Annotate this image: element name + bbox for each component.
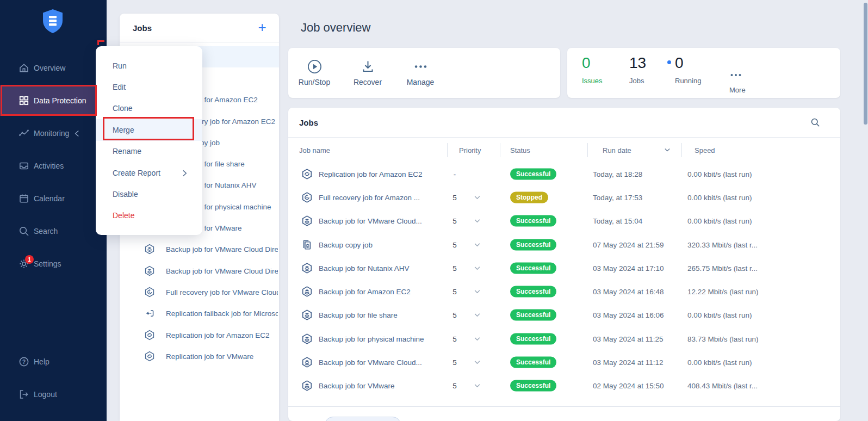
app-logo-shield-icon (41, 9, 64, 34)
job-stats-card: 0 Issues 13 Jobs 0 Running More (567, 48, 840, 98)
recover-button[interactable]: Recover (342, 48, 394, 98)
running-label: Running (675, 77, 701, 85)
table-body: Replication job for Amazon EC2 - Success… (288, 162, 840, 398)
jobs-table-title: Jobs (299, 118, 318, 127)
priority-dropdown-icon[interactable] (474, 266, 480, 270)
menu-item-merge[interactable]: Merge (96, 119, 202, 140)
sidebar-item-overview[interactable]: Overview (0, 57, 107, 79)
hex-recovery-icon (301, 191, 313, 203)
hex-backup-icon (144, 244, 155, 255)
priority-dropdown-icon[interactable] (474, 243, 480, 246)
sidebar-item-data-protection[interactable]: Data Protection (0, 85, 97, 116)
home-icon (18, 63, 29, 73)
table-row[interactable]: Backup job for VMware Cloud... 5 Success… (288, 350, 840, 374)
sidebar-item-label: Search (34, 227, 58, 236)
status-badge: Successful (510, 262, 556, 274)
hex-recovery-icon (144, 287, 155, 298)
jobs-table-header: Jobs (288, 108, 840, 138)
monitoring-icon (18, 128, 29, 139)
jobs-label: Jobs (629, 77, 646, 85)
search-icon (18, 226, 29, 237)
menu-item-edit[interactable]: Edit (96, 76, 202, 97)
calendar-icon (18, 193, 29, 204)
list-item[interactable]: Replication job for VMware (120, 345, 279, 367)
priority-dropdown-icon[interactable] (474, 219, 480, 223)
sidebar-item-logout[interactable]: Logout (0, 383, 107, 405)
sidebar-item-label: Help (34, 357, 49, 366)
priority-dropdown-icon[interactable] (474, 337, 480, 340)
app-window: Overview Data Protection Monitoring Acti… (0, 0, 868, 421)
status-badge: Successful (510, 215, 556, 227)
priority-dropdown-icon[interactable] (474, 313, 480, 317)
priority-dropdown-icon[interactable] (474, 290, 480, 294)
hex-replication-icon (144, 351, 155, 362)
menu-item-delete[interactable]: Delete (96, 205, 202, 226)
jobs-table-card: Jobs Job name Priority Status Run date S… (288, 108, 840, 421)
hex-backup-icon (301, 215, 313, 227)
list-item[interactable]: Backup job for VMware Cloud Direc (120, 260, 279, 281)
jobs-panel-title: Jobs (133, 23, 152, 33)
menu-item-create-report[interactable]: Create Report (96, 162, 202, 183)
job-context-menu: Run Edit Clone Merge Rename Create Repor… (96, 46, 202, 235)
settings-notification-badge: 1 (25, 255, 34, 264)
manage-button[interactable]: Manage (394, 48, 447, 98)
add-job-button[interactable]: + (255, 21, 269, 35)
search-icon[interactable] (810, 117, 820, 127)
stat-running: 0 Running (667, 54, 701, 85)
sidebar-item-help[interactable]: ? Help (0, 351, 107, 373)
play-circle-icon (307, 59, 322, 74)
pagination-button[interactable] (325, 417, 401, 421)
stats-more-button[interactable]: More (729, 59, 746, 94)
menu-item-run[interactable]: Run (96, 55, 202, 76)
list-item[interactable]: Backup job for VMware Cloud Direc (120, 239, 279, 260)
table-row[interactable]: Backup copy job 5 Successful 07 May 2024… (288, 233, 840, 256)
menu-item-disable[interactable]: Disable (96, 183, 202, 205)
col-run-date[interactable]: Run date (603, 146, 631, 154)
status-badge: Successful (510, 168, 556, 179)
table-row[interactable]: Full recovery job for Amazon ... 5 Stopp… (288, 185, 840, 209)
hex-backup-icon (301, 286, 313, 298)
run-stop-button[interactable]: Run/Stop (288, 48, 340, 98)
col-job-name[interactable]: Job name (299, 146, 330, 154)
menu-item-clone[interactable]: Clone (96, 98, 202, 119)
list-item[interactable]: Full recovery job for VMware Cloud (120, 281, 279, 302)
sidebar-item-label: Activities (34, 162, 64, 170)
sidebar-item-search[interactable]: Search (0, 220, 107, 242)
status-badge: Successful (510, 309, 556, 321)
sidebar-item-monitoring[interactable]: Monitoring (0, 122, 107, 144)
sidebar-item-label: Settings (34, 259, 61, 268)
table-row[interactable]: Backup job for VMware 5 Successful 02 Ma… (288, 374, 840, 398)
priority-dropdown-icon[interactable] (474, 384, 480, 388)
status-badge: Successful (510, 286, 556, 298)
copy-doc-icon (301, 239, 313, 250)
col-status[interactable]: Status (510, 146, 530, 154)
sidebar-item-label: Data Protection (34, 96, 86, 105)
list-item[interactable]: Replication failback job for Microsof (120, 303, 279, 324)
priority-dropdown-icon[interactable] (474, 361, 480, 364)
menu-item-rename[interactable]: Rename (96, 141, 202, 162)
table-row[interactable]: Backup job for physical machine 5 Succes… (288, 327, 840, 350)
chevron-left-icon[interactable] (75, 130, 80, 137)
hex-backup-icon (301, 309, 313, 321)
table-row[interactable]: Backup job for Amazon EC2 5 Successful 0… (288, 280, 840, 303)
status-badge: Stopped (510, 191, 548, 203)
chevron-right-icon (182, 170, 187, 176)
col-priority[interactable]: Priority (459, 146, 481, 154)
hex-replication-icon (301, 168, 313, 179)
running-dot-icon (667, 60, 671, 64)
sort-descending-icon[interactable] (665, 148, 670, 152)
sidebar: Overview Data Protection Monitoring Acti… (0, 0, 107, 421)
priority-dropdown-icon[interactable] (474, 195, 480, 199)
hex-backup-icon (301, 333, 313, 344)
list-item[interactable]: Replication job for Amazon EC2 (120, 324, 279, 345)
hex-backup-icon (301, 262, 313, 274)
sidebar-item-settings[interactable]: 1 Settings (0, 253, 107, 275)
sidebar-item-calendar[interactable]: Calendar (0, 188, 107, 209)
page-scrollbar-thumb[interactable] (864, 3, 867, 125)
table-row[interactable]: Replication job for Amazon EC2 - Success… (288, 162, 840, 185)
sidebar-item-activities[interactable]: Activities (0, 155, 107, 177)
table-row[interactable]: Backup job for VMware Cloud... 5 Success… (288, 209, 840, 233)
table-row[interactable]: Backup job for Nutanix AHV 5 Successful … (288, 256, 840, 280)
col-speed[interactable]: Speed (695, 146, 715, 154)
table-row[interactable]: Backup job for file share 5 Successful 0… (288, 304, 840, 327)
